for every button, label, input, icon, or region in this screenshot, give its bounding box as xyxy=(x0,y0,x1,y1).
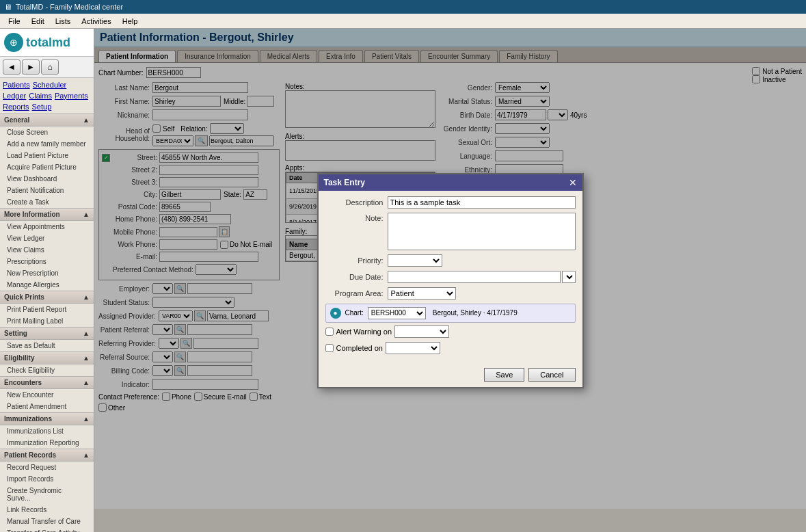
sidebar-view-claims[interactable]: View Claims xyxy=(0,244,94,256)
chart-label: Chart: xyxy=(345,309,364,317)
nav-payments[interactable]: Payments xyxy=(55,92,88,100)
modal-priority-select[interactable] xyxy=(388,254,442,267)
completed-checkbox[interactable] xyxy=(325,344,334,352)
modal-title: Task Entry xyxy=(324,178,365,187)
section-eligibility-header[interactable]: Eligibility ▲ xyxy=(0,352,94,364)
modal-due-date-input[interactable] xyxy=(388,271,561,283)
modal-header: Task Entry ✕ xyxy=(319,174,582,191)
modal-description-label: Description xyxy=(325,198,384,207)
sidebar-close-screen[interactable]: Close Screen xyxy=(0,127,94,138)
modal-due-date-dropdown[interactable] xyxy=(562,271,576,283)
app-icon: 🖥 xyxy=(4,3,12,11)
modal-close-button[interactable]: ✕ xyxy=(569,177,577,188)
sidebar-view-appointments[interactable]: View Appointments xyxy=(0,221,94,232)
alert-warning-select[interactable] xyxy=(394,325,449,338)
modal-completed-row: Completed on xyxy=(325,342,576,354)
chart-icon: ● xyxy=(330,308,341,319)
nav-claims[interactable]: Claims xyxy=(29,92,52,100)
sidebar-record-request[interactable]: Record Request xyxy=(0,462,94,473)
menu-lists[interactable]: Lists xyxy=(50,16,77,27)
sidebar-add-family[interactable]: Add a new family member xyxy=(0,138,94,150)
sidebar-immunizations-list[interactable]: Immunizations List xyxy=(0,425,94,437)
menu-help[interactable]: Help xyxy=(117,16,144,27)
sidebar-print-patient-report[interactable]: Print Patient Report xyxy=(0,304,94,315)
sidebar-prescriptions[interactable]: Prescriptions xyxy=(0,256,94,267)
nav-scheduler[interactable]: Scheduler xyxy=(33,81,67,89)
nav-setup[interactable]: Setup xyxy=(32,103,52,111)
menu-edit[interactable]: Edit xyxy=(26,16,50,27)
title-bar-text: TotalMD - Family Medical center xyxy=(16,3,123,11)
alert-warning-label: Alert Warning on xyxy=(336,328,392,336)
sidebar-manual-transfer[interactable]: Manual Transfer of Care xyxy=(0,516,94,527)
modal-program-select[interactable]: Patient xyxy=(388,287,456,300)
modal-note-row: Note: xyxy=(325,213,576,250)
section-immunizations: Immunizations ▲ Immunizations List Immun… xyxy=(0,413,94,449)
section-general: General ▲ Close Screen Add a new family … xyxy=(0,114,94,209)
modal-description-row: Description xyxy=(325,196,576,209)
section-patient-records-header[interactable]: Patient Records ▲ xyxy=(0,449,94,462)
sidebar-new-encounter[interactable]: New Encounter xyxy=(0,389,94,401)
chart-patient-info: Bergout, Shirley · 4/17/1979 xyxy=(433,309,518,317)
section-setting-header[interactable]: Setting ▲ xyxy=(0,328,94,340)
sidebar-view-dashboard[interactable]: View Dashboard xyxy=(0,173,94,185)
menu-bar: File Edit Lists Activities Help xyxy=(0,14,806,29)
sidebar-manage-allergies[interactable]: Manage Allergies xyxy=(0,279,94,291)
sidebar-patient-amendment[interactable]: Patient Amendment xyxy=(0,401,94,412)
sidebar-create-task[interactable]: Create a Task xyxy=(0,196,94,208)
forward-button[interactable]: ► xyxy=(22,59,40,75)
modal-note-textarea[interactable] xyxy=(388,213,576,250)
nav-patients[interactable]: Patients xyxy=(3,81,30,89)
task-entry-modal: Task Entry ✕ Description Note: xyxy=(317,173,584,388)
cancel-button[interactable]: Cancel xyxy=(528,368,575,382)
section-more-info-header[interactable]: More Information ▲ xyxy=(0,209,94,221)
back-button[interactable]: ◄ xyxy=(3,59,21,75)
section-setting: Setting ▲ Save as Default xyxy=(0,328,94,352)
modal-alert-row: Alert Warning on xyxy=(325,325,576,338)
sidebar-load-picture[interactable]: Load Patient Picture xyxy=(0,150,94,161)
section-quick-prints-header[interactable]: Quick Prints ▲ xyxy=(0,291,94,304)
sidebar-view-ledger[interactable]: View Ledger xyxy=(0,232,94,244)
modal-priority-label: Priority: xyxy=(325,256,384,265)
sidebar-import-records[interactable]: Import Records xyxy=(0,473,94,485)
sidebar: ⊕ totalmd ◄ ► ⌂ Patients Scheduler Ledge… xyxy=(0,29,94,532)
sidebar-transfer-activity[interactable]: Transfer of Care Activity xyxy=(0,527,94,532)
section-general-header[interactable]: General ▲ xyxy=(0,114,94,127)
logo-area: ⊕ totalmd xyxy=(0,29,94,57)
home-button[interactable]: ⌂ xyxy=(41,59,59,75)
modal-program-label: Program Area: xyxy=(325,289,384,297)
sidebar-print-mailing-label[interactable]: Print Mailing Label xyxy=(0,315,94,327)
sidebar-immunization-reporting[interactable]: Immunization Reporting xyxy=(0,437,94,449)
modal-due-date-row: Due Date: xyxy=(325,271,576,283)
section-encounters-header[interactable]: Encounters ▲ xyxy=(0,377,94,389)
sidebar-patient-notification[interactable]: Patient Notification xyxy=(0,185,94,196)
title-bar: 🖥 TotalMD - Family Medical center xyxy=(0,0,806,14)
section-more-info: More Information ▲ View Appointments Vie… xyxy=(0,209,94,291)
sidebar-save-default[interactable]: Save as Default xyxy=(0,340,94,351)
sidebar-new-prescription[interactable]: New Prescription xyxy=(0,267,94,279)
nav-reports[interactable]: Reports xyxy=(3,103,29,111)
modal-priority-row: Priority: xyxy=(325,254,576,267)
menu-activities[interactable]: Activities xyxy=(76,16,116,27)
modal-description-input[interactable] xyxy=(388,196,576,209)
modal-body: Description Note: Priority: xyxy=(319,191,582,364)
logo-icon: ⊕ xyxy=(4,33,23,52)
nav-buttons: ◄ ► ⌂ xyxy=(0,57,94,78)
sidebar-link-records[interactable]: Link Records xyxy=(0,504,94,516)
sidebar-check-eligibility[interactable]: Check Eligibility xyxy=(0,364,94,376)
section-eligibility: Eligibility ▲ Check Eligibility xyxy=(0,352,94,377)
menu-file[interactable]: File xyxy=(3,16,26,27)
sidebar-acquire-picture[interactable]: Acquire Patient Picture xyxy=(0,161,94,173)
save-button[interactable]: Save xyxy=(484,368,524,382)
top-nav: Patients Scheduler Ledger Claims Payment… xyxy=(0,78,94,114)
section-immunizations-header[interactable]: Immunizations ▲ xyxy=(0,413,94,425)
modal-overlay: Task Entry ✕ Description Note: xyxy=(94,29,806,532)
modal-footer: Save Cancel xyxy=(319,364,582,387)
chart-info-row: ● Chart: BERSH000 Bergout, Shirley · 4/1… xyxy=(325,304,576,323)
nav-ledger[interactable]: Ledger xyxy=(3,92,26,100)
chart-code-select[interactable]: BERSH000 xyxy=(368,307,426,319)
main-container: ⊕ totalmd ◄ ► ⌂ Patients Scheduler Ledge… xyxy=(0,29,806,532)
alert-warning-checkbox[interactable] xyxy=(325,328,334,336)
section-patient-records: Patient Records ▲ Record Request Import … xyxy=(0,449,94,532)
sidebar-create-syndromic[interactable]: Create Syndromic Surve... xyxy=(0,485,94,504)
completed-select[interactable] xyxy=(386,342,440,354)
